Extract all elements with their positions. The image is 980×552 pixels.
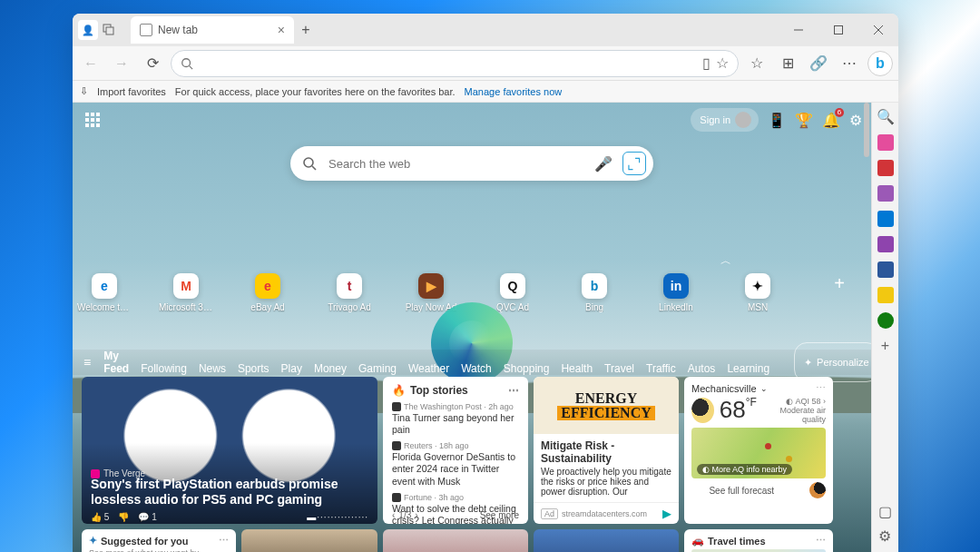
add-tile-button[interactable]: +	[812, 273, 867, 312]
menu-button[interactable]: ⋯	[837, 51, 862, 76]
back-button[interactable]: ←	[78, 51, 103, 76]
reader-mode-icon[interactable]: ▯	[702, 54, 710, 72]
settings-gear-icon[interactable]: ⚙	[849, 112, 862, 129]
minimize-button[interactable]	[779, 14, 818, 46]
address-bar[interactable]: ▯ ☆	[171, 50, 739, 77]
travel-times-card[interactable]: 🚗 Travel times⋯	[684, 529, 833, 552]
card-more-icon[interactable]: ⋯	[816, 382, 826, 394]
favorite-star-icon[interactable]: ☆	[716, 54, 729, 72]
hero-article-card[interactable]: The Verge Sony's first PlayStation earbu…	[82, 377, 377, 524]
aqi-map[interactable]: ◐ More AQ info nearby	[691, 428, 826, 478]
image-search-icon[interactable]: ⌞⌝	[622, 152, 646, 175]
sidebar-app-3[interactable]	[877, 185, 894, 202]
carousel-dots[interactable]: ▬···············	[307, 512, 368, 522]
feed-category[interactable]: Travel	[604, 362, 634, 375]
tab-newtab[interactable]: New tab ×	[131, 16, 294, 44]
feed-category[interactable]: My Feed	[103, 350, 129, 375]
story-item[interactable]: Reuters · 18h agoFlorida Governor DeSant…	[392, 441, 519, 487]
sidebar-outlook-icon[interactable]	[877, 261, 894, 278]
card-more-icon[interactable]: ⋯	[219, 535, 229, 547]
quick-link-tile[interactable]: eWelcome to ...	[77, 273, 132, 312]
feed-category[interactable]: Gaming	[358, 362, 397, 375]
quick-link-tile[interactable]: QQVC Ad	[485, 273, 540, 312]
close-window-button[interactable]	[858, 14, 898, 46]
signin-label: Sign in	[700, 114, 730, 125]
quick-link-tile[interactable]: ▶Play Now Ad	[404, 273, 458, 312]
sidebar-app-6[interactable]	[877, 287, 894, 303]
weather-card[interactable]: Mechanicsville ⌄⋯ 68°F ◐ AQI 58 ›Moderat…	[684, 377, 833, 524]
quick-link-tile[interactable]: MMicrosoft 365	[159, 273, 213, 312]
sidebar-search-icon[interactable]: 🔍	[877, 108, 895, 125]
collapse-tiles-chevron-icon[interactable]: ︿	[720, 253, 731, 269]
collections-button[interactable]: 🔗	[806, 51, 831, 76]
feed-category[interactable]: Autos	[688, 362, 716, 375]
story-item[interactable]: The Washington Post · 2h agoTina Turner …	[392, 402, 519, 436]
feed-category[interactable]: Following	[141, 362, 187, 375]
chevron-down-icon[interactable]: ⌄	[760, 384, 768, 393]
favorites-button[interactable]: ☆	[744, 51, 769, 76]
extensions-button[interactable]: ⊞	[775, 51, 800, 76]
maximize-button[interactable]	[818, 14, 858, 46]
sidebar-app-5[interactable]	[877, 236, 894, 252]
feed-category[interactable]: Shopping	[504, 362, 550, 375]
address-input[interactable]	[199, 56, 697, 70]
comment-count[interactable]: 💬 1	[138, 512, 156, 522]
ad-card[interactable]: ENERGYEFFICIENCY Mitigate Risk - Sustain…	[534, 377, 679, 524]
quick-link-tile[interactable]: ✦MSN	[730, 273, 785, 312]
quick-link-tile[interactable]: inLinkedIn	[649, 273, 703, 312]
see-more-link[interactable]: See more	[480, 510, 519, 520]
feed-category[interactable]: Play	[281, 362, 302, 375]
aqi-chip[interactable]: ◐ More AQ info nearby	[697, 464, 792, 475]
feed-category[interactable]: News	[199, 362, 226, 375]
feed-thumb-1[interactable]	[241, 529, 377, 552]
sidebar-app-1[interactable]	[877, 134, 894, 151]
app-launcher-icon[interactable]	[82, 109, 103, 131]
sidebar-app-2[interactable]	[877, 160, 894, 176]
like-count[interactable]: 👍 5	[91, 512, 109, 522]
forecast-link[interactable]: See full forecast	[709, 486, 774, 496]
profile-button[interactable]: 👤	[78, 20, 98, 40]
card-more-icon[interactable]: ⋯	[508, 384, 519, 397]
quick-link-tile[interactable]: tTrivago Ad	[322, 273, 377, 312]
refresh-button[interactable]: ⟳	[140, 51, 165, 76]
import-favorites-icon[interactable]: ⇩	[80, 85, 88, 97]
rewards-icon[interactable]: 🏆	[795, 112, 813, 129]
bing-chat-button[interactable]: b	[867, 51, 893, 76]
dislike-button[interactable]: 👎	[118, 512, 129, 522]
feed-thumb-3[interactable]	[534, 529, 679, 552]
tab-close-button[interactable]: ×	[278, 23, 285, 37]
sidebar-app-4[interactable]	[877, 211, 894, 227]
notifications-button[interactable]: 🔔6	[822, 112, 840, 129]
feed-category[interactable]: Money	[314, 362, 347, 375]
feed-category[interactable]: Traffic	[646, 362, 676, 375]
sidebar-add-button[interactable]: +	[881, 338, 889, 354]
new-tab-button[interactable]: +	[294, 22, 318, 38]
card-more-icon[interactable]: ⋯	[816, 535, 826, 547]
feed-category[interactable]: Sports	[238, 362, 270, 375]
voice-search-icon[interactable]: 🎤	[592, 152, 615, 175]
import-favorites-link[interactable]: Import favorites	[97, 86, 166, 97]
web-search-input[interactable]	[328, 157, 584, 171]
sidebar-settings-icon[interactable]: ⚙	[878, 527, 892, 545]
sign-in-button[interactable]: Sign in	[691, 108, 759, 132]
sidebar-app-7[interactable]	[877, 312, 894, 329]
feed-category[interactable]: Learning	[727, 362, 769, 375]
quick-link-tile[interactable]: bBing	[567, 273, 622, 312]
manage-favorites-link[interactable]: Manage favorites now	[465, 86, 563, 97]
feed-category[interactable]: Weather	[408, 362, 449, 375]
feed-menu-icon[interactable]: ≡	[83, 355, 91, 370]
sidebar-layout-icon[interactable]: ▢	[878, 503, 892, 520]
chevron-right-icon[interactable]: ›	[823, 397, 826, 406]
feed-category[interactable]: Health	[561, 362, 593, 375]
web-search-box[interactable]: 🎤 ⌞⌝	[290, 146, 653, 181]
forward-button[interactable]: →	[109, 51, 134, 76]
quick-link-tile[interactable]: eeBay Ad	[240, 273, 295, 312]
ad-go-icon[interactable]: ▶	[662, 507, 671, 520]
mobile-icon[interactable]: 📱	[768, 112, 786, 129]
prev-page-button[interactable]: ‹	[392, 510, 395, 520]
feed-category[interactable]: Watch	[461, 362, 492, 375]
feed-thumb-2[interactable]	[383, 529, 528, 552]
next-page-button[interactable]: ›	[415, 510, 417, 520]
scrollbar[interactable]	[864, 103, 869, 552]
tab-actions-button[interactable]	[98, 19, 120, 41]
